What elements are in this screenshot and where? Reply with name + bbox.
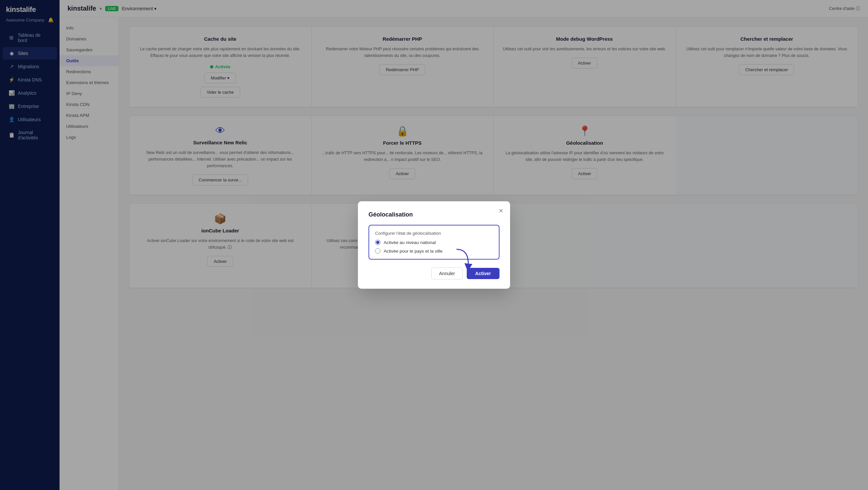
radio-pays-ville-input[interactable]	[375, 248, 380, 254]
modal-footer: Annuler Activer	[369, 267, 499, 280]
radio-national[interactable]: Activée au niveau national	[375, 240, 493, 245]
modal-config-label: Configurer l'état de géolocalisation	[375, 231, 493, 236]
radio-national-input[interactable]	[375, 240, 380, 245]
modal-config-box: Configurer l'état de géolocalisation Act…	[369, 225, 499, 260]
modal-title: Géolocalisation	[369, 211, 499, 218]
radio-group: Activée au niveau national Activée pour …	[375, 240, 493, 254]
geolocalisation-modal: Géolocalisation ✕ Configurer l'état de g…	[358, 201, 510, 289]
arrow-svg	[453, 248, 473, 271]
arrow-annotation	[453, 248, 473, 272]
radio-pays-ville[interactable]: Activée pour le pays et la ville	[375, 248, 493, 254]
modal-overlay[interactable]: Géolocalisation ✕ Configurer l'état de g…	[0, 0, 868, 490]
modal-close-button[interactable]: ✕	[498, 207, 503, 214]
